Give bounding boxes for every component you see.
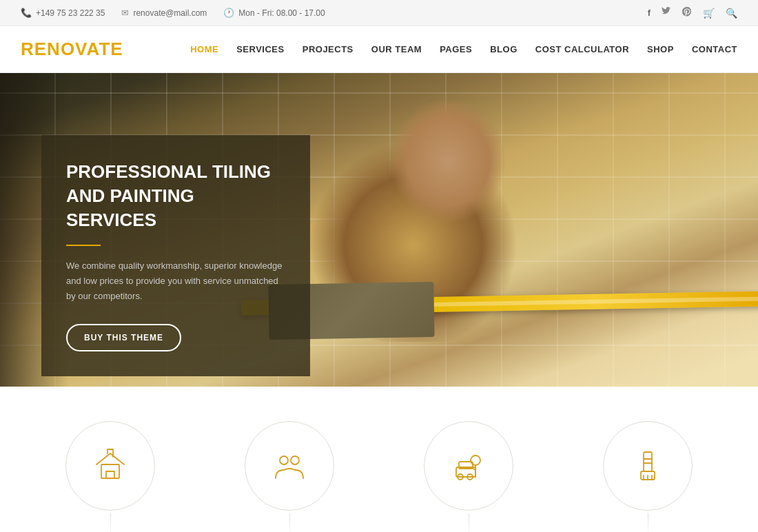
hero-title: PROFESSIONAL TILINGAND PAINTING SERVICES: [66, 160, 285, 232]
nav-services[interactable]: SERVICES: [236, 44, 285, 54]
facebook-icon[interactable]: f: [648, 8, 651, 18]
hero-section: PROFESSIONAL TILINGAND PAINTING SERVICES…: [0, 73, 758, 387]
icon-item-house: [65, 421, 155, 532]
nav-contact[interactable]: CONTACT: [692, 44, 737, 54]
icon-connector-worker: [469, 513, 469, 532]
twitter-icon[interactable]: [662, 7, 671, 19]
house-icon: [92, 448, 128, 484]
icon-connector-house: [110, 513, 111, 532]
email-address: renovate@mail.com: [133, 8, 207, 18]
icon-item-paint: [603, 421, 693, 532]
nav-shop[interactable]: SHOP: [647, 44, 674, 54]
icon-connector-team: [289, 513, 290, 532]
business-hours: Mon - Fri: 08.00 - 17.00: [238, 8, 325, 18]
hero-cta-button[interactable]: BUY THIS THEME: [66, 324, 181, 351]
nav-our-team[interactable]: OUR TEAM: [371, 44, 422, 54]
top-bar-contact-info: 📞 +149 75 23 222 35 ✉ renovate@mail.com …: [21, 8, 325, 18]
icon-item-team: [245, 421, 334, 532]
svg-point-6: [471, 456, 480, 465]
svg-point-3: [291, 456, 299, 464]
email-icon: ✉: [121, 8, 129, 18]
icon-connector-paint: [648, 513, 648, 532]
main-nav: HOME SERVICES PROJECTS OUR TEAM PAGES BL…: [190, 44, 737, 54]
hero-overlay: PROFESSIONAL TILINGAND PAINTING SERVICES…: [41, 135, 310, 376]
phone-icon: 📞: [21, 8, 32, 18]
worker-icon: [451, 448, 486, 484]
team-icon: [272, 448, 307, 484]
icons-section: [0, 387, 758, 532]
svg-rect-12: [644, 452, 652, 471]
nav-projects[interactable]: PROJECTS: [303, 44, 354, 54]
header: RENOVATE HOME SERVICES PROJECTS OUR TEAM…: [0, 26, 758, 73]
nav-home[interactable]: HOME: [190, 44, 218, 54]
search-icon[interactable]: 🔍: [726, 8, 737, 19]
clock-icon: 🕐: [223, 8, 234, 18]
phone-number: +149 75 23 222 35: [36, 8, 105, 18]
phone-info: 📞 +149 75 23 222 35: [21, 8, 105, 18]
icon-item-worker: [424, 421, 513, 532]
nav-pages[interactable]: PAGES: [440, 44, 472, 54]
team-icon-circle: [245, 421, 334, 511]
hero-description: We combine quality workmanship, superior…: [66, 258, 285, 304]
paint-icon: [630, 448, 666, 484]
nav-blog[interactable]: BLOG: [490, 44, 518, 54]
svg-rect-1: [106, 471, 114, 478]
worker-icon-circle: [424, 421, 513, 511]
logo[interactable]: RENOVATE: [21, 39, 123, 60]
email-info: ✉ renovate@mail.com: [121, 8, 207, 18]
svg-point-2: [280, 456, 288, 464]
social-links: f 🛒 🔍: [648, 7, 737, 19]
paint-icon-circle: [603, 421, 693, 511]
house-icon-circle: [65, 421, 155, 511]
pinterest-icon[interactable]: [682, 7, 692, 19]
nav-cost-calculator[interactable]: COST CALCULATOR: [535, 44, 629, 54]
cart-icon[interactable]: 🛒: [703, 8, 715, 19]
hours-info: 🕐 Mon - Fri: 08.00 - 17.00: [223, 8, 325, 18]
top-bar: 📞 +149 75 23 222 35 ✉ renovate@mail.com …: [0, 0, 758, 26]
hero-divider: [66, 245, 101, 246]
